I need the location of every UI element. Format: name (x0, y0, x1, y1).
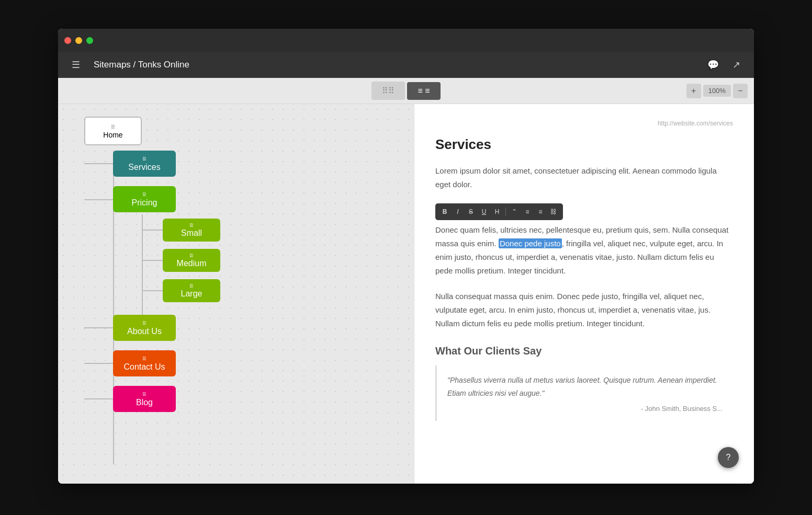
titlebar (58, 29, 754, 52)
services-h-line (84, 163, 113, 164)
medium-node[interactable]: 🗎 Medium (163, 249, 220, 272)
minimize-button[interactable] (75, 37, 82, 44)
paragraph-2-block: B I S U H " ≡ ≡ ⛓ Donec quam felis, ultr… (435, 203, 733, 278)
toolbar-sep-1 (505, 208, 506, 216)
quote-text: "Phasellus viverra nulla ut metus varius… (447, 374, 723, 399)
page-title: Services (435, 136, 733, 153)
large-node[interactable]: 🗎 Large (163, 279, 220, 302)
zoom-controls: + 100% − (686, 84, 748, 98)
grid-icon: ⠿⠿ (382, 86, 394, 96)
bold-button[interactable]: B (438, 205, 451, 218)
para2-highlight: Donec pede justo (499, 238, 562, 248)
aboutus-label: About Us (127, 327, 162, 336)
paragraph-1: Lorem ipsum dolor sit amet, consectetuer… (435, 164, 733, 192)
comment-button[interactable]: 💬 (704, 55, 723, 74)
link-button[interactable]: ⛓ (547, 205, 560, 218)
aboutus-node[interactable]: 🗎 About Us (113, 315, 176, 341)
pricing-row: 🗎 Pricing (84, 186, 403, 302)
contactus-node[interactable]: 🗎 Contact Us (113, 350, 176, 376)
view-toolbar: ⠿⠿ ≡ ≡ + 100% − (58, 78, 754, 104)
contactus-h-line (84, 363, 113, 364)
zoom-in-button[interactable]: + (686, 84, 701, 98)
app-title: Sitemaps / Tonks Online (94, 60, 695, 70)
quote-author: - John Smith, Business S... (447, 405, 723, 413)
pricing-label: Pricing (132, 198, 157, 208)
services-label: Services (128, 163, 160, 172)
large-h-line (142, 290, 163, 291)
italic-button[interactable]: I (452, 205, 464, 218)
aboutus-row: 🗎 About Us (84, 315, 403, 341)
medium-h-line (142, 260, 163, 261)
blog-row: 🗎 Blog (84, 386, 403, 412)
sitemap-panel: 🗎 Home 🗎 Services (58, 104, 414, 484)
contactus-doc-icon: 🗎 (142, 356, 147, 361)
url-display: http://website.com/services (435, 120, 733, 127)
pricing-subnodes: 🗎 Small 🗎 Medium (142, 214, 220, 302)
share-button[interactable]: ↗ (727, 55, 746, 74)
paragraph-3: Nulla consequat massa quis enim. Donec p… (435, 290, 733, 331)
ol-button[interactable]: ≡ (521, 205, 534, 218)
pricing-group: 🗎 Pricing (113, 186, 220, 302)
small-h-line (142, 230, 163, 231)
zoom-level: 100% (703, 85, 731, 97)
contactus-label: Contact Us (123, 362, 165, 372)
blog-label: Blog (136, 398, 153, 407)
main-content: 🗎 Home 🗎 Services (58, 104, 754, 484)
zoom-out-button[interactable]: − (733, 84, 748, 98)
content-panel: http://website.com/services Services Lor… (414, 104, 754, 484)
heading-button[interactable]: H (491, 205, 503, 218)
quote-button[interactable]: " (508, 205, 521, 218)
services-doc-icon: 🗎 (142, 156, 147, 162)
medium-row: 🗎 Medium (142, 249, 220, 272)
maximize-button[interactable] (86, 37, 93, 44)
pricing-doc-icon: 🗎 (142, 191, 147, 197)
list-icon: ≡ ≡ (418, 86, 430, 96)
blog-doc-icon: 🗎 (142, 391, 147, 397)
services-row: 🗎 Services (84, 151, 403, 177)
blog-h-line (84, 398, 113, 399)
home-label: Home (103, 131, 122, 139)
app-bar-actions: 💬 ↗ (704, 55, 746, 74)
small-row: 🗎 Small (142, 219, 220, 242)
large-row: 🗎 Large (142, 279, 220, 302)
app-bar: ☰ Sitemaps / Tonks Online 💬 ↗ (58, 52, 754, 78)
home-doc-icon: 🗎 (110, 123, 116, 130)
medium-label: Medium (177, 259, 207, 268)
contactus-row: 🗎 Contact Us (84, 350, 403, 376)
small-label: Small (181, 228, 202, 238)
menu-button[interactable]: ☰ (66, 55, 85, 74)
quote-block: "Phasellus viverra nulla ut metus varius… (435, 365, 733, 421)
aboutus-h-line (84, 327, 113, 328)
ul-button[interactable]: ≡ (534, 205, 547, 218)
underline-button[interactable]: U (478, 205, 490, 218)
blog-node[interactable]: 🗎 Blog (113, 386, 176, 412)
pricing-node[interactable]: 🗎 Pricing (113, 186, 176, 212)
sitemap-tree: 🗎 Services 🗎 Pricing (84, 151, 403, 412)
strikethrough-button[interactable]: S (465, 205, 477, 218)
help-button[interactable]: ? (718, 447, 739, 468)
close-button[interactable] (64, 37, 71, 44)
large-label: Large (181, 289, 202, 299)
large-doc-icon: 🗎 (189, 283, 194, 289)
small-node[interactable]: 🗎 Small (163, 219, 220, 242)
small-doc-icon: 🗎 (189, 222, 194, 228)
aboutus-doc-icon: 🗎 (142, 320, 147, 326)
text-format-toolbar: B I S U H " ≡ ≡ ⛓ (435, 203, 563, 220)
pricing-h-line (84, 199, 113, 200)
pricing-sub-vline (142, 214, 143, 319)
home-node[interactable]: 🗎 Home (84, 117, 142, 145)
paragraph-2: Donec quam felis, ultricies nec, pellent… (435, 223, 733, 278)
list-view-button[interactable]: ≡ ≡ (407, 82, 440, 100)
section-heading: What Our Clients Say (435, 345, 733, 357)
grid-view-button[interactable]: ⠿⠿ (371, 82, 405, 100)
services-node[interactable]: 🗎 Services (113, 151, 176, 177)
medium-doc-icon: 🗎 (189, 253, 194, 258)
